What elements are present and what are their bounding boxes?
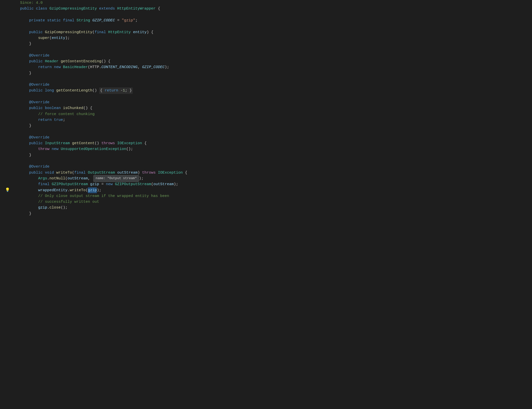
kw-true: true (54, 117, 63, 123)
brace-open: { (158, 6, 160, 12)
paren-close-wt: ) (138, 170, 142, 176)
type-gzipoutputstream: GZIPOutputStream (52, 181, 90, 187)
paren-open-args: ( (65, 176, 68, 181)
bulb-icon: 💡 (5, 187, 10, 193)
string-gzip: "gzip" (122, 18, 135, 23)
type-string: String (77, 18, 92, 23)
indent1 (20, 59, 29, 64)
brace-wt: { (185, 170, 187, 176)
kw-return2: return (38, 117, 54, 123)
comma-args: , (88, 176, 92, 181)
indent1 (20, 99, 29, 105)
kw-throws2: throws (142, 170, 158, 176)
code-line-getcontent: public InputStream getContent() throws I… (20, 140, 532, 146)
indent2 (20, 176, 38, 181)
paren-close-we: ); (97, 187, 101, 193)
indent2 (20, 187, 38, 193)
class-name-wrapper: HttpEntityWrapper (117, 6, 158, 12)
annotation-override5: @Override (29, 164, 49, 170)
comment-successfully: // successfully written out (38, 199, 99, 205)
method-constructor: GzipCompressingEntity (45, 29, 92, 35)
semicolon-true: ; (63, 117, 65, 123)
parens-ic: () { (83, 105, 92, 111)
kw-public3: public (29, 59, 45, 64)
indent1 (20, 105, 29, 111)
paren-super: ( (49, 35, 52, 41)
param-entity2: entity (52, 35, 65, 41)
kw-void: void (45, 170, 56, 176)
code-line-close1: } (20, 41, 532, 47)
param-gzip: gzip (90, 181, 99, 187)
type-basicheader: BasicHeader (63, 64, 88, 70)
kw-return1: return (38, 64, 54, 70)
indent1 (20, 82, 29, 88)
paren-open-wt: ( (72, 170, 74, 176)
selected-gzip: gzip (88, 187, 97, 193)
code-line-since: Since: 4.0 (20, 0, 532, 6)
kw-new2: new (52, 146, 61, 152)
method-getcontent: getContent (72, 140, 95, 146)
type-ioexception2: IOException (158, 170, 185, 176)
comment-force: // force content chunking (38, 111, 95, 117)
code-content: 💡 Since: 4.0 public class GzipCompressin… (0, 0, 532, 409)
method-getcontentencoding: getContentEncoding (61, 59, 101, 64)
paren-close2: ); (65, 35, 70, 41)
code-line-close-outer: } (20, 211, 532, 217)
code-lines: Since: 4.0 public class GzipCompressingE… (15, 0, 532, 409)
kw-throw: throw (38, 146, 52, 152)
code-line-getcontentlength: public long getContentLength() { return … (20, 88, 532, 93)
comma1: , (138, 64, 142, 70)
method-notnull: notNull (49, 176, 65, 181)
code-line-return-basicheader: return new BasicHeader(HTTP.CONTENT_ENCO… (20, 64, 532, 70)
code-line-override3: @Override (20, 99, 532, 105)
paren-close1: ) { (147, 29, 153, 35)
line-gutter: 💡 (0, 0, 15, 409)
code-line-comment-successfully: // successfully written out (20, 199, 532, 205)
code-line-throw: throw new UnsupportedOperationException(… (20, 146, 532, 152)
code-line-close4: } (20, 152, 532, 158)
indent1 (20, 211, 29, 217)
annotation-override2: @Override (29, 82, 49, 88)
method-close: close (49, 205, 61, 211)
tooltip-name: name: "Output stream" (93, 175, 139, 182)
code-editor: 💡 Since: 4.0 public class GzipCompressin… (0, 0, 532, 409)
indent1 (20, 140, 29, 146)
method-getcontentlength: getContentLength (56, 88, 92, 93)
type-httpentity: HttpEntity (108, 29, 133, 35)
annotation-override4: @Override (29, 135, 49, 140)
kw-public5: public (29, 105, 45, 111)
param-outstream2: outStream (68, 176, 88, 181)
indent1 (20, 70, 29, 76)
indent2 (20, 181, 38, 187)
code-line-super: super(entity); (20, 35, 532, 41)
param-entity: entity (133, 29, 147, 35)
paren-bh: (HTTP. (88, 64, 101, 70)
kw-class: class (36, 6, 49, 12)
brace-close1: } (29, 41, 31, 47)
const-gzip-codec: GZIP_CODEC (92, 18, 115, 23)
kw-new3: new (106, 181, 115, 187)
indent1 (20, 170, 29, 176)
code-line-blank2 (20, 23, 532, 29)
code-line-return-true: return true; (20, 117, 532, 123)
code-line-getcontentencoding: public Header getContentEncoding() { (20, 59, 532, 64)
code-line-comment-force: // force content chunking (20, 111, 532, 117)
code-line-comment-only: // Only close output stream if the wrapp… (20, 193, 532, 199)
indent1 (20, 135, 29, 140)
method-writeto: writeTo (56, 170, 72, 176)
annotation-override3: @Override (29, 99, 49, 105)
kw-new1: new (54, 64, 63, 70)
annotation-override1: @Override (29, 53, 49, 59)
code-line-writeto: public void writeTo(final OutputStream o… (20, 170, 532, 176)
code-line-args-notnull: Args.notNull(outStream, name: "Output st… (20, 176, 532, 181)
code-line-gzip-decl: final GZIPOutputStream gzip = new GZIPOu… (20, 181, 532, 187)
indent1 (20, 41, 29, 47)
indent2 (20, 205, 38, 211)
brace-gc: { (144, 140, 147, 146)
type-ioexception1: IOException (117, 140, 144, 146)
code-line-blank4 (20, 76, 532, 82)
brace-close2: } (29, 70, 31, 76)
kw-extends: extends (99, 6, 117, 12)
method-ischunked: isChunked (63, 105, 83, 111)
type-inputstream: InputStream (45, 140, 72, 146)
